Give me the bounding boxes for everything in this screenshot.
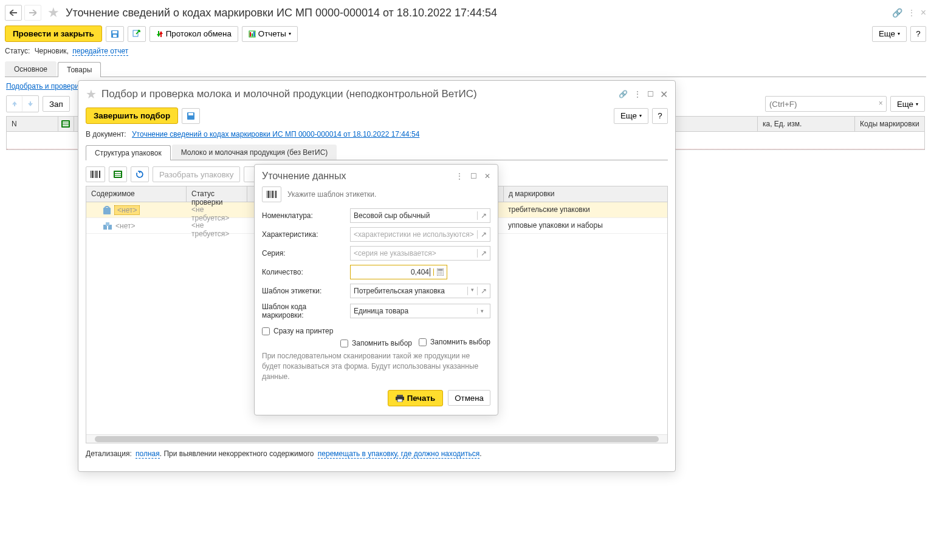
protocol-button[interactable]: Протокол обмена <box>149 26 238 42</box>
svg-point-36 <box>438 271 439 273</box>
svg-rect-2 <box>113 35 117 37</box>
tab-struct[interactable]: Структура упаковок <box>86 145 171 160</box>
col-mark-type[interactable]: д маркировки <box>503 186 667 202</box>
svg-rect-31 <box>272 191 273 198</box>
svg-rect-32 <box>273 191 274 198</box>
svg-rect-23 <box>115 176 121 177</box>
calculator-icon[interactable] <box>433 268 444 276</box>
mark-template-label: Шаблон кода маркировки: <box>262 302 350 319</box>
barcode-dialog-button[interactable] <box>262 186 281 202</box>
col-content[interactable]: Содержимое <box>86 186 187 202</box>
post-button[interactable] <box>128 26 146 42</box>
chevron-down-icon: ▾ <box>639 113 642 118</box>
label-template-label: Шаблон этикетки: <box>262 287 350 295</box>
more-button[interactable]: Еще ▾ <box>872 26 907 42</box>
tab-goods[interactable]: Товары <box>58 62 101 77</box>
svg-rect-30 <box>270 191 270 198</box>
save-button-2[interactable] <box>182 108 200 124</box>
maximize-icon[interactable]: ☐ <box>647 90 654 98</box>
clear-icon[interactable]: × <box>879 99 883 108</box>
post-close-button[interactable]: Провести и закрыть <box>5 26 102 42</box>
column-icon[interactable] <box>58 117 74 131</box>
forward-button[interactable] <box>24 5 41 21</box>
detail-move-link[interactable]: перемещать в упаковку, где должно находи… <box>318 449 479 459</box>
column-pack-unit[interactable]: ка, Ед. изм. <box>757 117 854 131</box>
status-link[interactable]: передайте отчет <box>72 47 128 56</box>
complete-pick-button[interactable]: Завершить подбор <box>86 108 178 124</box>
detail-label: Детализация: <box>86 449 132 458</box>
open-icon[interactable]: ↗ <box>477 287 487 295</box>
more-menu-icon[interactable]: ⋮ <box>634 90 641 98</box>
svg-rect-28 <box>267 191 267 198</box>
maximize-icon[interactable]: ☐ <box>470 172 477 180</box>
open-icon[interactable]: ↗ <box>477 230 487 239</box>
remember-checkbox[interactable] <box>340 340 348 347</box>
favorite-icon[interactable]: ★ <box>86 87 97 101</box>
svg-rect-17 <box>95 171 97 178</box>
open-icon[interactable]: ↗ <box>477 211 487 220</box>
quantity-field[interactable]: 0,404 <box>350 265 447 279</box>
svg-rect-7 <box>253 32 255 36</box>
cancel-button[interactable]: Отмена <box>448 390 490 406</box>
refresh-button[interactable] <box>131 166 149 182</box>
svg-point-38 <box>441 271 442 273</box>
to-doc-link[interactable]: Уточнение сведений о кодах маркировки ИС… <box>132 130 419 138</box>
back-button[interactable] <box>5 5 22 21</box>
svg-point-41 <box>441 273 442 275</box>
label-template-field[interactable]: Потребительская упаковка ▾ ↗ <box>350 284 490 298</box>
pick-check-link[interactable]: Подобрать и проверить <box>6 82 86 90</box>
open-icon[interactable]: ↗ <box>477 249 487 258</box>
tab-main[interactable]: Основное <box>5 61 57 77</box>
barcode-icon-button[interactable] <box>86 166 105 182</box>
close-icon[interactable]: ✕ <box>484 172 490 180</box>
mark-template-field[interactable]: Единица товара ▾ <box>350 304 490 318</box>
quantity-label: Количество: <box>262 268 350 276</box>
more-table-button[interactable]: Еще ▾ <box>890 96 925 112</box>
link-icon[interactable]: 🔗 <box>892 8 902 18</box>
unpack-button[interactable]: Разобрать упаковку <box>153 166 240 182</box>
link-icon[interactable]: 🔗 <box>619 90 628 98</box>
svg-rect-33 <box>275 191 277 198</box>
to-printer-checkbox[interactable] <box>262 327 270 335</box>
page-title: Уточнение сведений о кодах маркировки ИС… <box>66 7 497 19</box>
chevron-down-icon[interactable]: ▾ <box>467 287 477 295</box>
close-icon[interactable]: × <box>921 7 926 18</box>
green-table-button[interactable] <box>109 166 127 182</box>
pick-more-button[interactable]: Еще ▾ <box>614 108 648 124</box>
svg-rect-22 <box>115 174 121 175</box>
chevron-down-icon: ▾ <box>289 31 291 36</box>
search-input[interactable] <box>765 96 887 112</box>
save-button[interactable] <box>106 26 124 42</box>
column-n[interactable]: N <box>7 117 58 131</box>
svg-rect-21 <box>115 172 121 173</box>
dialog-note: При последовательном сканировании такой … <box>255 349 498 384</box>
svg-rect-16 <box>94 171 94 178</box>
column-mark-codes[interactable]: Коды маркировки <box>854 117 924 131</box>
move-down-button[interactable] <box>22 96 38 112</box>
move-up-button[interactable] <box>7 96 22 112</box>
characteristic-label: Характеристика: <box>262 230 350 239</box>
print-button[interactable]: Печать <box>388 390 444 406</box>
reports-button[interactable]: Отчеты ▾ <box>242 26 298 42</box>
chevron-down-icon[interactable]: ▾ <box>477 308 487 314</box>
svg-rect-19 <box>99 171 100 178</box>
tab-milk[interactable]: Молоко и молочная продукция (без ВетИС) <box>172 145 337 160</box>
close-icon[interactable]: ✕ <box>660 89 668 100</box>
fill-button[interactable]: Зап <box>43 96 70 112</box>
dialog-title: Уточнение данных <box>262 171 346 182</box>
more-menu-icon[interactable]: ⋮ <box>907 8 916 18</box>
svg-rect-14 <box>91 171 91 178</box>
series-field[interactable]: <серия не указывается> ↗ <box>350 246 490 261</box>
nomenclature-field[interactable]: Весовой сыр обычный ↗ <box>350 208 490 223</box>
detail-link[interactable]: полная <box>136 449 160 459</box>
svg-rect-18 <box>97 171 98 178</box>
favorite-icon[interactable]: ★ <box>47 5 60 21</box>
help-button[interactable]: ? <box>910 26 926 42</box>
printer-icon <box>396 395 404 402</box>
remember-checkbox-real[interactable] <box>419 338 427 346</box>
help-button-2[interactable]: ? <box>652 108 668 124</box>
col-status[interactable]: Статус проверки <box>187 186 247 202</box>
scrollbar-thumb[interactable] <box>95 436 659 442</box>
characteristic-field[interactable]: <характеристики не используются> ↗ <box>350 227 490 242</box>
more-menu-icon[interactable]: ⋮ <box>456 172 463 180</box>
